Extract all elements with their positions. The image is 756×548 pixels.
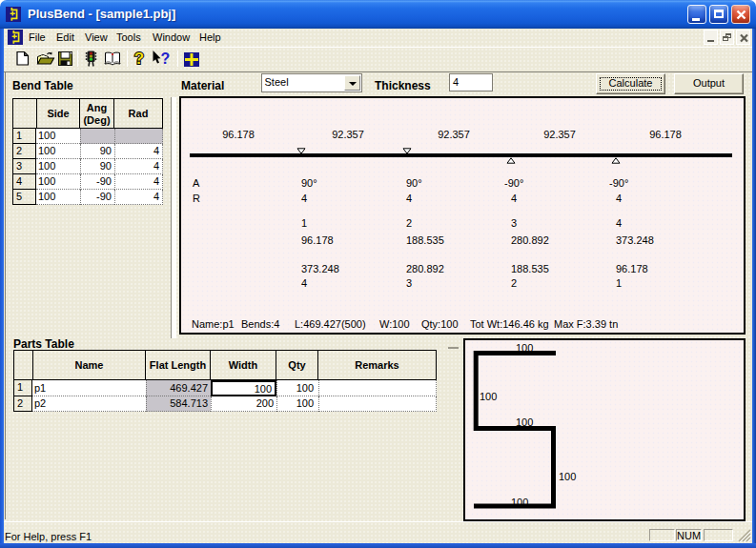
svg-text:?: ? bbox=[161, 51, 171, 67]
svg-text:?: ? bbox=[134, 50, 144, 68]
